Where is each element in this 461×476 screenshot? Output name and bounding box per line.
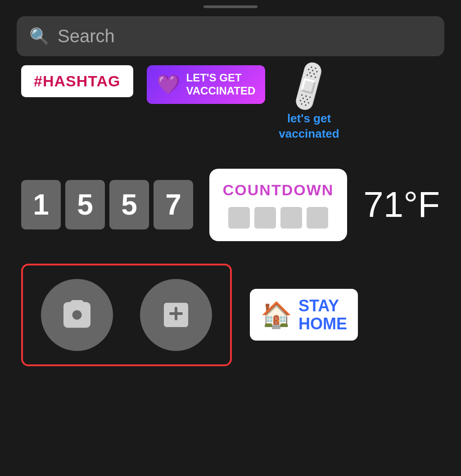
search-icon: 🔍 xyxy=(29,28,50,45)
vaccinated-sticker[interactable]: 💜 LET'S GET VACCINATED xyxy=(147,65,266,104)
countdown-block-3 xyxy=(280,207,302,229)
add-gallery-icon xyxy=(160,299,192,331)
bandaid-sticker[interactable]: 🩹 let's get vaccinated xyxy=(279,65,339,142)
notch-pill xyxy=(203,5,258,8)
bandaid-icon: 🩹 xyxy=(279,57,339,116)
clock-digit-4: 7 xyxy=(154,180,193,229)
camera-icon xyxy=(61,299,93,331)
clock-digit-2: 5 xyxy=(65,180,105,229)
countdown-label: COUNTDOWN xyxy=(223,181,334,199)
hashtag-sticker[interactable]: #HASHTAG xyxy=(21,65,133,97)
clock-digit-3: 5 xyxy=(109,180,149,229)
search-container: 🔍 Search xyxy=(17,16,444,56)
countdown-blocks xyxy=(228,207,328,229)
stayhome-icon: 🏠 xyxy=(261,300,292,330)
countdown-block-2 xyxy=(254,207,276,229)
sticker-row-2: 1 5 5 7 COUNTDOWN 71°F xyxy=(17,169,444,241)
search-bar[interactable]: 🔍 Search xyxy=(17,16,444,56)
sticker-row-3: 🏠 STAY HOME xyxy=(17,264,444,366)
countdown-sticker[interactable]: COUNTDOWN xyxy=(209,169,348,241)
countdown-block-1 xyxy=(228,207,250,229)
sticker-row-1: #HASHTAG 💜 LET'S GET VACCINATED 🩹 let's … xyxy=(17,65,444,142)
search-input-placeholder[interactable]: Search xyxy=(58,26,115,46)
action-buttons-container xyxy=(21,264,232,366)
hashtag-label: #HASHTAG xyxy=(34,72,121,90)
sticker-grid: #HASHTAG 💜 LET'S GET VACCINATED 🩹 let's … xyxy=(17,65,444,366)
countdown-block-4 xyxy=(307,207,328,229)
stayhome-sticker[interactable]: 🏠 STAY HOME xyxy=(250,289,358,341)
add-gallery-button[interactable] xyxy=(140,279,212,351)
vaccinated-label: LET'S GET VACCINATED xyxy=(186,72,256,98)
bandaid-label: let's get vaccinated xyxy=(279,111,339,142)
clock-digit-1: 1 xyxy=(21,180,61,229)
notch-bar xyxy=(0,0,461,12)
camera-button[interactable] xyxy=(41,279,113,351)
stayhome-label: STAY HOME xyxy=(298,297,347,332)
vaccinated-heart-icon: 💜 xyxy=(157,73,180,95)
temperature-sticker[interactable]: 71°F xyxy=(363,184,440,225)
clock-sticker[interactable]: 1 5 5 7 xyxy=(21,180,193,229)
